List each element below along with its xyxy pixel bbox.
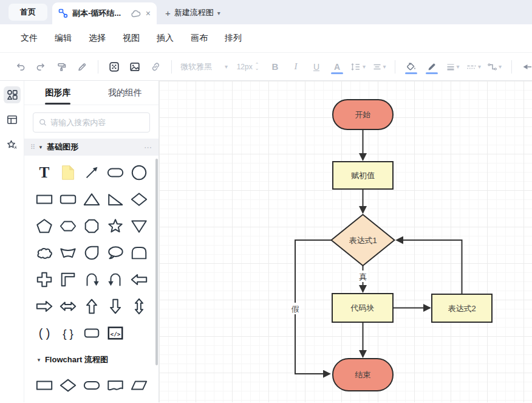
tab-shape-library[interactable]: 图形库 [24,81,92,105]
shape-internal-storage-icon[interactable] [80,401,103,403]
shape-decision-icon[interactable] [56,374,80,396]
flow-node-code[interactable]: 代码块 [332,294,393,322]
more-options-icon[interactable]: ⋯ [144,143,152,152]
shape-pentagon-icon[interactable] [32,215,56,237]
shapes-panel-button[interactable] [4,86,21,103]
flow-node-end[interactable]: 结束 [333,359,393,391]
shape-pill-icon[interactable] [103,161,127,184]
bold-button[interactable]: B [266,58,284,76]
tab-home[interactable]: 首页 [9,4,47,21]
menu-item-1[interactable]: 编辑 [46,29,80,47]
shape-terminator-icon[interactable] [80,374,103,396]
collapse-caret-icon[interactable]: ▼ [36,357,41,363]
diagram-canvas[interactable]: 真假开始赋初值表达式1代码块表达式2结束 [159,81,532,402]
shape-right-arrow-icon[interactable] [32,295,56,317]
text-align-button[interactable]: ▾ [370,58,388,76]
style-brush-button[interactable] [73,58,91,76]
shape-rectangle-icon[interactable] [32,188,56,210]
table-button[interactable] [105,58,123,76]
flow-edge-4[interactable] [397,240,462,294]
shape-speech-bubble-icon[interactable] [103,241,127,264]
shape-process-icon[interactable] [32,374,56,396]
shape-hexagon-icon[interactable] [56,215,80,237]
shape-left-arrow-icon[interactable] [127,268,151,291]
menu-item-6[interactable]: 排列 [216,29,250,47]
arrow-style-button[interactable]: ▾ [520,58,532,76]
section-header-flowchart[interactable]: ▼ Flowchart 流程图 [24,351,159,368]
shape-predefined-process-icon[interactable] [32,401,56,403]
search-box[interactable] [33,112,150,133]
shape-double-vertical-arrow-icon[interactable] [127,295,151,317]
shape-cloud-icon[interactable] [32,241,56,264]
shape-code-block-icon[interactable]: </> [103,322,127,344]
shape-document-icon[interactable] [103,374,127,396]
redo-button[interactable] [32,58,50,76]
drag-handle-icon[interactable]: ⠿ [30,143,35,151]
shape-teardrop-icon[interactable] [80,241,103,264]
shape-rounded-top-rectangle-icon[interactable] [127,241,151,264]
italic-button[interactable]: I [287,58,305,76]
shape-parentheses-icon[interactable]: ( ) [32,322,56,344]
format-painter-button[interactable] [52,58,70,76]
line-weight-button[interactable]: ▾ [443,58,462,76]
shape-text-icon[interactable]: T [32,161,56,184]
menu-item-5[interactable]: 画布 [182,29,216,47]
shape-sticky-note-icon[interactable] [56,161,80,184]
panel-scrollbar[interactable] [155,159,158,365]
tab-document[interactable]: 副本-循环结... × [52,2,157,24]
flow-node-cond[interactable]: 表达式1 [332,215,395,266]
shape-diamond-icon[interactable] [127,188,151,210]
font-color-button[interactable]: A [328,58,346,76]
shape-right-triangle-icon[interactable] [103,188,127,210]
menu-item-0[interactable]: 文件 [12,29,46,47]
shape-sequential-data-icon[interactable] [103,401,127,403]
shape-corner-icon[interactable] [56,268,80,291]
shape-braces-icon[interactable]: { } [56,322,80,344]
shape-inverted-triangle-icon[interactable] [127,215,151,237]
svg-text:T: T [39,164,49,181]
line-height-button[interactable]: ▾ [349,58,367,76]
magic-tools-button[interactable] [4,136,21,153]
search-input[interactable] [50,118,144,127]
menu-item-3[interactable]: 视图 [114,29,148,47]
underline-button[interactable]: U [307,58,326,76]
shape-parallelogram-icon[interactable] [127,374,151,396]
shape-arrow-line-icon[interactable] [80,161,103,184]
flow-node-expr2[interactable]: 表达式2 [432,294,492,322]
collapse-caret-icon[interactable]: ▼ [38,145,43,150]
menu-item-4[interactable]: 插入 [148,29,182,47]
line-color-button[interactable] [423,58,441,76]
fill-color-button[interactable] [402,58,420,76]
shape-u-turn-arrow-left-icon[interactable] [103,268,127,291]
image-button[interactable] [126,58,144,76]
connector-style-button[interactable]: ▾ [485,58,503,76]
new-document-button[interactable]: + 新建流程图 ▾ [165,5,220,21]
link-button[interactable] [146,58,165,76]
stepper-icons[interactable]: ⌃⌄ [255,63,259,71]
shape-down-arrow-icon[interactable] [103,295,127,317]
shape-up-arrow-icon[interactable] [80,295,103,317]
font-size-stepper[interactable]: 12px ⌃⌄ [232,58,264,76]
tab-my-components[interactable]: 我的组件 [92,81,159,105]
shape-direct-data-icon[interactable] [127,401,151,403]
font-family-select[interactable]: 微软雅黑 ▾ [179,58,230,76]
shape-triangle-icon[interactable] [80,188,103,210]
shape-double-horizontal-arrow-icon[interactable] [56,295,80,317]
shape-circle-icon[interactable] [127,161,151,184]
shape-rounded-rectangle-icon[interactable] [56,188,80,210]
flow-node-start[interactable]: 开始 [333,100,393,129]
undo-button[interactable] [11,58,29,76]
shape-manual-operation-icon[interactable] [56,241,80,264]
close-icon[interactable]: × [146,9,151,18]
shape-stored-data-icon[interactable] [56,401,80,403]
section-header-basic-shapes[interactable]: ⠿ ▼ 基础图形 ⋯ [24,139,159,156]
shape-rounded-rectangle-small-icon[interactable] [80,322,103,344]
flow-node-init[interactable]: 赋初值 [333,162,393,189]
shape-cross-icon[interactable] [32,268,56,291]
layout-panel-button[interactable] [4,111,21,128]
shape-star-icon[interactable] [103,215,127,237]
shape-octagon-icon[interactable] [80,215,103,237]
menu-item-2[interactable]: 选择 [80,29,114,47]
line-style-button[interactable]: ▾ [464,58,483,76]
shape-u-turn-arrow-right-icon[interactable] [80,268,103,291]
